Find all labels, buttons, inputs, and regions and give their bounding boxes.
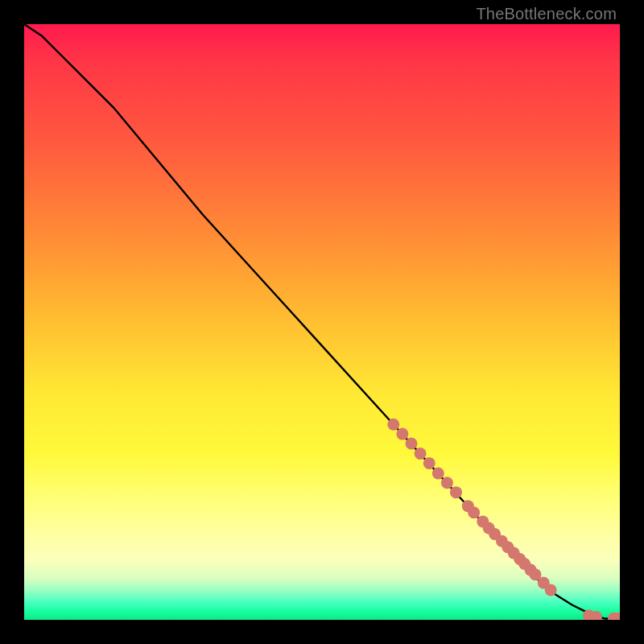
- data-point: [406, 437, 418, 449]
- chart-svg: [24, 24, 620, 620]
- data-point: [450, 486, 462, 498]
- scatter-markers: [387, 419, 620, 620]
- data-point: [423, 457, 436, 469]
- data-point: [387, 419, 399, 431]
- data-point: [468, 506, 480, 518]
- data-point: [396, 428, 408, 440]
- chart-area: [24, 24, 620, 620]
- outer-frame: TheBottleneck.com: [0, 0, 644, 644]
- data-point: [415, 448, 427, 460]
- data-point: [432, 467, 444, 479]
- curve-path: [24, 24, 617, 619]
- data-point: [545, 584, 557, 597]
- curve-line: [24, 24, 617, 619]
- data-point: [441, 477, 453, 489]
- watermark-text: TheBottleneck.com: [476, 5, 617, 23]
